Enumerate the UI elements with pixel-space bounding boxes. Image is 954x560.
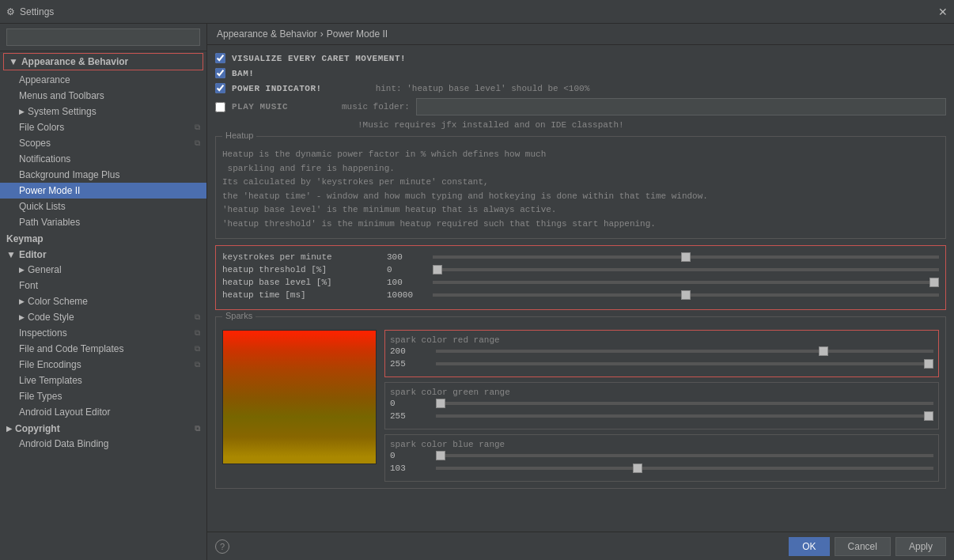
sidebar-item-file-code-templates[interactable]: File and Code Templates ⧉ <box>0 341 206 357</box>
sidebar-item-file-colors[interactable]: File Colors ⧉ <box>0 119 206 135</box>
settings-icon: ⚙ <box>6 6 15 17</box>
window-title: Settings <box>20 6 54 17</box>
close-button[interactable]: ✕ <box>938 6 948 18</box>
copy-icon: ⧉ <box>195 312 200 322</box>
power-indicator-checkbox[interactable] <box>215 83 225 93</box>
spark-blue-range-section: spark color blue range 0 103 <box>384 434 939 482</box>
visualize-caret-checkbox[interactable] <box>215 53 225 63</box>
sidebar-item-label: Notifications <box>19 153 70 165</box>
sidebar-group-label: Appearance & Behavior <box>21 56 128 67</box>
spark-blue-value-1: 0 <box>390 451 430 460</box>
sidebar-group-appearance-behavior[interactable]: ▼ Appearance & Behavior <box>3 53 203 70</box>
sidebar-item-label: Path Variables <box>19 217 80 228</box>
breadcrumb-parent: Appearance & Behavior <box>217 28 317 40</box>
heatup-line-5: 'heatup base level' is the minimum heatu… <box>222 203 939 218</box>
slider-keystrokes[interactable] <box>433 255 939 259</box>
slider-spark-red-max[interactable] <box>436 362 933 365</box>
sidebar-item-notifications[interactable]: Notifications <box>0 151 206 167</box>
spark-green-value-1: 0 <box>390 399 430 408</box>
sidebar-item-live-templates[interactable]: Live Templates <box>0 373 206 388</box>
bam-checkbox[interactable] <box>215 68 225 78</box>
sidebar-item-inspections[interactable]: Inspections ⧉ <box>0 325 206 341</box>
cancel-button[interactable]: Cancel <box>835 537 891 556</box>
ok-button[interactable]: OK <box>789 537 829 556</box>
sidebar-item-label: Android Data Binding <box>19 438 108 449</box>
sidebar-item-label: File Encodings <box>19 359 81 370</box>
power-indicator-label: POWER INDICATOR! <box>232 84 322 93</box>
content-area: ▼ Appearance & Behavior Appearance Menus… <box>0 24 954 560</box>
search-input[interactable] <box>6 28 200 46</box>
slider-row-heatup-base: heatup base level [%] 100 <box>222 278 939 287</box>
slider-label-keystrokes: keystrokes per minute <box>222 252 380 262</box>
slider-heatup-threshold[interactable] <box>433 268 939 271</box>
sidebar-item-label: General <box>28 264 62 275</box>
spark-green-label: spark color green range <box>390 388 933 397</box>
sidebar-item-general[interactable]: ▶ General <box>0 262 206 278</box>
sidebar-item-label: Appearance <box>19 74 70 85</box>
sidebar-group-copyright[interactable]: ▶ Copyright ⧉ <box>0 420 206 436</box>
panel-content: VISUALIZE EVERY CARET MOVEMENT! BAM! POW… <box>207 45 954 532</box>
sidebar-item-background-image-plus[interactable]: Background Image Plus <box>0 167 206 183</box>
copy-icon: ⧉ <box>195 328 200 338</box>
copy-icon: ⧉ <box>195 123 200 132</box>
sidebar-item-android-data-binding[interactable]: Android Data Binding <box>0 436 206 452</box>
search-box[interactable] <box>0 24 206 51</box>
heatup-line-6: 'heatup threshold' is the minimum heatup… <box>222 218 939 232</box>
slider-value-heatup-base: 100 <box>387 278 426 287</box>
sparks-inner: spark color red range 200 255 <box>222 330 939 482</box>
sidebar-item-font[interactable]: Font <box>0 278 206 293</box>
spark-red-range-section: spark color red range 200 255 <box>384 330 939 377</box>
apply-button[interactable]: Apply <box>895 537 946 556</box>
sidebar-item-menus-toolbars[interactable]: Menus and Toolbars <box>0 88 206 104</box>
sidebar-item-label: File Types <box>19 391 62 402</box>
sidebar-item-scopes[interactable]: Scopes ⧉ <box>0 135 206 151</box>
slider-spark-blue-min[interactable] <box>436 454 933 457</box>
slider-spark-green-max[interactable] <box>436 414 933 418</box>
sidebar-item-path-variables[interactable]: Path Variables <box>0 214 206 230</box>
sidebar-group-label: Editor <box>19 249 47 260</box>
sparks-sliders: spark color red range 200 255 <box>384 330 939 482</box>
sidebar-item-label: Menus and Toolbars <box>19 90 104 101</box>
sidebar-group-editor[interactable]: ▼ Editor <box>0 246 206 262</box>
slider-heatup-time[interactable] <box>433 293 939 297</box>
sidebar-item-file-encodings[interactable]: File Encodings ⧉ <box>0 357 206 373</box>
slider-spark-green-min[interactable] <box>436 402 933 405</box>
sidebar-item-quick-lists[interactable]: Quick Lists <box>0 199 206 214</box>
bam-label: BAM! <box>232 69 254 78</box>
music-folder-input[interactable] <box>416 98 946 115</box>
sidebar-item-code-style[interactable]: ▶ Code Style ⧉ <box>0 309 206 325</box>
sidebar-item-power-mode-ii[interactable]: Power Mode II <box>0 183 206 199</box>
heatup-line-3: Its calculated by 'keystrokes per minute… <box>222 176 939 190</box>
slider-row-heatup-threshold: heatup threshold [%] 0 <box>222 265 939 274</box>
help-button[interactable]: ? <box>215 539 229 554</box>
option-row-play-music: PLAY MUSIC music folder: <box>215 98 946 115</box>
sidebar-item-color-scheme[interactable]: ▶ Color Scheme <box>0 293 206 309</box>
slider-heatup-base[interactable] <box>433 281 939 284</box>
copy-icon: ⧉ <box>195 360 200 369</box>
sparks-title: Sparks <box>222 311 256 320</box>
spark-green-range-section: spark color green range 0 255 <box>384 382 939 429</box>
sidebar-group-keymap[interactable]: Keymap <box>0 230 206 246</box>
main-panel: Appearance & Behavior › Power Mode II VI… <box>207 24 954 560</box>
power-indicator-hint: hint: 'heatup base level' should be <100… <box>376 84 590 93</box>
slider-row-heatup-time: heatup time [ms] 10000 <box>222 290 939 300</box>
ok-label: OK <box>802 541 816 552</box>
heatup-line-1: Heatup is the dynamic power factor in % … <box>222 148 939 162</box>
sidebar-item-label: Inspections <box>19 327 67 339</box>
sidebar-item-file-types[interactable]: File Types <box>0 388 206 404</box>
sidebar-item-label: File Colors <box>19 122 64 133</box>
sidebar-item-appearance[interactable]: Appearance <box>0 72 206 88</box>
heatup-line-2: sparkling and fire is happening. <box>222 162 939 176</box>
bottom-left: ? <box>215 539 229 554</box>
play-music-checkbox[interactable] <box>215 102 225 112</box>
slider-spark-blue-max[interactable] <box>436 467 933 470</box>
slider-spark-red-min[interactable] <box>436 350 933 353</box>
cancel-label: Cancel <box>848 541 877 552</box>
sidebar-group-label: Copyright <box>15 423 60 434</box>
sidebar-item-android-layout-editor[interactable]: Android Layout Editor <box>0 404 206 420</box>
spark-blue-value-2: 103 <box>390 464 430 473</box>
sidebar-item-system-settings[interactable]: ▶ System Settings <box>0 104 206 119</box>
triangle-down-icon: ▼ <box>6 249 16 260</box>
sidebar-item-label: Code Style <box>28 312 74 323</box>
option-row-power-indicator: POWER INDICATOR! hint: 'heatup base leve… <box>215 83 946 93</box>
